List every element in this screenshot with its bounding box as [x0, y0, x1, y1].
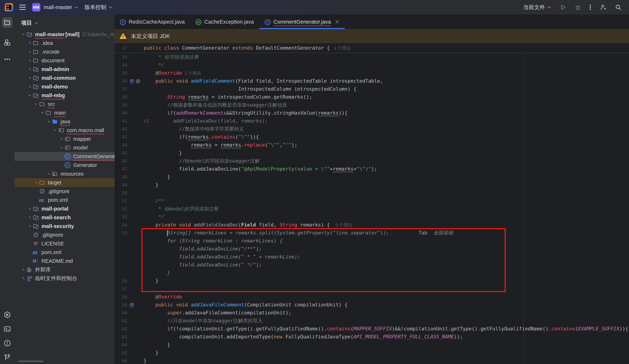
code-line[interactable]: 62 if(!compilationUnit.getType().getFull… — [115, 325, 629, 333]
run-configuration-selector[interactable]: 当前文件 — [523, 4, 551, 11]
tree-item-mall-mbg[interactable]: mall-mbg — [14, 91, 115, 100]
tree-item-pom.xml[interactable]: mpom.xml — [14, 248, 115, 257]
tab-CommentGenerator.java[interactable]: CCommentGenerator.java✕ — [259, 14, 345, 29]
line-number[interactable]: 59 — [115, 302, 127, 307]
line-number[interactable]: 48 — [115, 174, 127, 180]
code-line[interactable]: 45 } — [115, 149, 629, 157]
tab-RedisCacheAspect.java[interactable]: CRedisCacheAspect.java — [115, 14, 190, 29]
line-number[interactable]: 52 — [115, 206, 127, 212]
tree-item-mall-demo[interactable]: mall-demo — [14, 82, 115, 91]
add-user-icon[interactable] — [600, 4, 607, 11]
tree-item-mall-master[interactable]: mall-master [mall]C:\Users\v_myye\D — [14, 30, 115, 39]
line-number[interactable]: 37 — [115, 87, 127, 92]
code-line[interactable]: 66} — [115, 357, 629, 364]
chevron-right-icon[interactable] — [26, 224, 33, 228]
jdk-warning-banner[interactable]: 未定义项目 JDK — [115, 29, 629, 43]
code-line[interactable]: 35 @Override 1 个用法 — [115, 69, 629, 77]
vcs-widget[interactable]: 版本控制 — [85, 4, 113, 11]
terminal-tool-window-button[interactable] — [2, 324, 12, 334]
line-number[interactable]: 54 — [115, 222, 127, 228]
tree-item-target[interactable]: target — [14, 178, 115, 187]
line-number[interactable]: 46 — [115, 158, 127, 164]
code-line[interactable]: 51 /** — [115, 197, 629, 205]
line-number[interactable]: 40 — [115, 110, 127, 116]
tree-item-临时文件和控制台[interactable]: 临时文件和控制台 — [14, 274, 115, 283]
line-number[interactable]: 55 — [115, 230, 127, 236]
line-number[interactable]: 47 — [115, 166, 127, 172]
tree-item-mall-portal[interactable]: mall-portal — [14, 204, 115, 213]
menu-icon[interactable] — [19, 5, 26, 10]
chevron-right-icon[interactable] — [26, 215, 33, 219]
line-number[interactable]: 61 — [115, 318, 127, 324]
services-tool-window-button[interactable] — [2, 310, 12, 320]
project-panel-header[interactable]: 项目 — [14, 14, 115, 30]
code-line[interactable]: 46 //给model的字段添加swagger注解 — [115, 157, 629, 165]
code-line[interactable]: 64 } — [115, 341, 629, 349]
project-tool-window-button[interactable] — [2, 17, 12, 28]
code-line[interactable]: 48 } — [115, 173, 629, 181]
code-line[interactable]: 58 @Override — [115, 293, 629, 301]
tree-item-LICENSE[interactable]: LICENSE — [14, 239, 115, 248]
tree-item-README.md[interactable]: M↓README.md — [14, 257, 115, 265]
code-line[interactable]: field.addJavaDocLine("/**"); — [115, 245, 629, 253]
code-line[interactable]: 41// addFieldJavaDoc(field, remarks); — [115, 117, 629, 125]
code-line[interactable]: 55 String[] remarkLines = remarks.split(… — [115, 229, 629, 237]
tab-CacheException.java[interactable]: @CacheException.java — [190, 14, 259, 29]
tree-item-mall-security[interactable]: mall-security — [14, 222, 115, 231]
debug-icon[interactable] — [575, 4, 581, 10]
code-line[interactable]: 33 * 给字段添加注释 — [115, 53, 629, 61]
problems-tool-window-button[interactable] — [2, 338, 12, 348]
tree-item-main[interactable]: main — [14, 108, 115, 117]
chevron-right-icon[interactable] — [26, 41, 33, 45]
code-line[interactable]: 52 * 给model的字段添加注释 — [115, 205, 629, 213]
code-line[interactable]: 59 public void addJavaFileComment(Compil… — [115, 301, 629, 309]
tree-item-mall-search[interactable]: mall-search — [14, 213, 115, 222]
line-number[interactable]: 17 — [115, 45, 127, 51]
code-line[interactable]: 43 if(remarks.contains("\"")){ — [115, 133, 629, 141]
tree-item-.idea[interactable]: .idea — [14, 39, 115, 47]
tree-item-Generator[interactable]: CGenerator — [14, 161, 115, 170]
line-number[interactable]: 44 — [115, 142, 127, 148]
line-number[interactable]: 35 — [115, 71, 127, 76]
code-line[interactable]: 61 //只在model中添加swagger注解类的导入 — [115, 317, 629, 325]
chevron-down-icon[interactable] — [26, 93, 33, 97]
structure-tool-window-button[interactable] — [2, 37, 12, 48]
line-number[interactable]: 57 — [115, 286, 127, 291]
chevron-down-icon[interactable] — [45, 119, 52, 123]
run-icon[interactable] — [560, 4, 566, 10]
chevron-right-icon[interactable] — [45, 172, 52, 176]
chevron-down-icon[interactable] — [52, 128, 58, 132]
code-line[interactable]: field.addJavaDocLine(" * " + remarkLine)… — [115, 253, 629, 261]
tree-item-.gitignore[interactable]: .gitignore — [14, 231, 115, 239]
git-tool-window-button[interactable] — [2, 352, 12, 362]
code-line[interactable]: 47 field.addJavaDocLine("@ApiModelProper… — [115, 165, 629, 173]
line-number[interactable]: 49 — [115, 182, 127, 188]
chevron-right-icon[interactable] — [26, 85, 33, 89]
chevron-right-icon[interactable] — [33, 181, 39, 184]
chevron-right-icon[interactable] — [26, 59, 33, 63]
line-number[interactable]: 43 — [115, 134, 127, 140]
code-line[interactable]: field.addJavaDocLine(" */"); — [115, 261, 629, 269]
chevron-right-icon[interactable] — [58, 146, 65, 150]
code-line[interactable]: } — [115, 269, 629, 277]
line-number[interactable]: 64 — [115, 342, 127, 348]
tree-item-mall-common[interactable]: mall-common — [14, 74, 115, 82]
code-line[interactable]: 38 String remarks = introspectedColumn.g… — [115, 93, 629, 101]
line-number[interactable]: 53 — [115, 214, 127, 220]
tree-item-document[interactable]: document — [14, 56, 115, 65]
chevron-down-icon[interactable] — [39, 111, 45, 115]
tree-item-.vscode[interactable]: .vscode — [14, 47, 115, 56]
code-line[interactable]: 36@ public void addFieldComment(Field fi… — [115, 77, 629, 85]
tree-item-resources[interactable]: resources — [14, 170, 115, 178]
code-line[interactable]: 50 — [115, 189, 629, 197]
line-number[interactable]: 56 — [115, 278, 127, 283]
code-line[interactable]: 54 private void addFieldJavaDoc(Field fi… — [115, 221, 629, 229]
line-number[interactable]: 62 — [115, 326, 127, 332]
line-number[interactable]: 39 — [115, 102, 127, 108]
override-gutter-icon[interactable] — [129, 78, 135, 84]
chevron-right-icon[interactable] — [26, 207, 33, 211]
code-line[interactable]: 57 — [115, 285, 629, 293]
tree-item-model[interactable]: model — [14, 143, 115, 152]
code-line[interactable]: 60 super.addJavaFileComment(compilationU… — [115, 309, 629, 317]
tree-item-CommentGenerator[interactable]: CCommentGenerator — [14, 152, 115, 161]
